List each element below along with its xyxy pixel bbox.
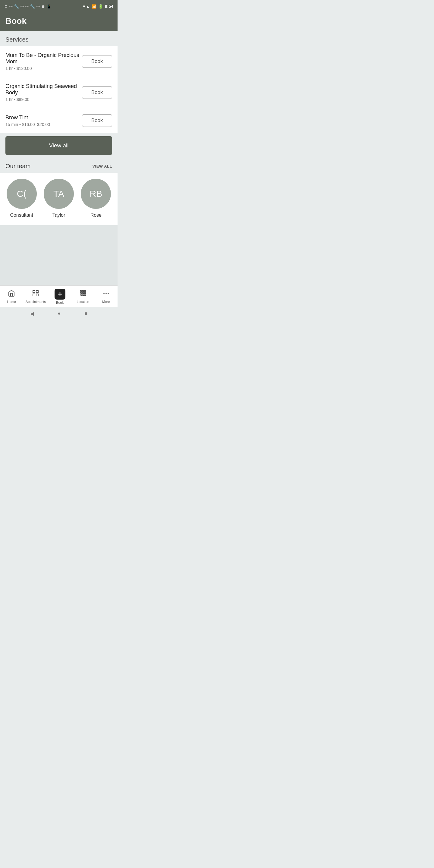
service-name-1: Mum To Be - Organic Precious Mom... <box>5 52 82 65</box>
service-info-3: Brow Tint 15 min • $16.00–$20.00 <box>5 115 50 127</box>
svg-rect-1 <box>36 290 38 293</box>
svg-point-17 <box>107 293 109 294</box>
tool-icon-5: 🔧 <box>30 4 35 9</box>
service-item-3: Brow Tint 15 min • $16.00–$20.00 Book <box>0 108 118 133</box>
home-icon <box>8 290 15 299</box>
wifi-icon: ▼▲ <box>82 4 90 9</box>
circle-icon: ⏺ <box>41 4 45 9</box>
svg-rect-2 <box>33 294 35 296</box>
svg-rect-13 <box>82 295 84 296</box>
team-member-2[interactable]: TA Taylor <box>44 179 74 218</box>
location-icon <box>79 290 87 299</box>
svg-rect-8 <box>84 290 86 292</box>
tool-icon-1: ✏ <box>9 4 13 9</box>
svg-rect-0 <box>33 290 35 293</box>
page-title: Book <box>5 16 112 26</box>
tool-icon-2: 🔧 <box>14 4 19 9</box>
status-right-icons: ▼▲ 📶 🔋 9:54 <box>82 4 113 9</box>
member-name-3: Rose <box>90 213 101 218</box>
member-name-2: Taylor <box>53 213 65 218</box>
book-button-2[interactable]: Book <box>82 86 112 99</box>
empty-gray-area <box>0 225 118 285</box>
nav-more[interactable]: More <box>97 290 115 304</box>
services-list: Mum To Be - Organic Precious Mom... 1 hr… <box>0 46 118 133</box>
tool-icon-6: ✏ <box>36 4 40 9</box>
svg-rect-7 <box>82 290 84 292</box>
book-button-3[interactable]: Book <box>82 114 112 127</box>
nav-more-label: More <box>102 300 110 304</box>
more-icon <box>102 290 110 299</box>
page-header: Book <box>0 12 118 31</box>
svg-point-15 <box>103 293 104 294</box>
book-nav-icon <box>55 289 65 300</box>
nav-location[interactable]: Location <box>74 290 92 304</box>
status-icons: ⚙ ✏ 🔧 ✏ ✏ 🔧 ✏ ⏺ 📱 <box>4 4 52 9</box>
appointments-icon <box>32 290 39 299</box>
signal-icon: 📶 <box>92 4 96 9</box>
nav-book[interactable]: Book <box>51 289 69 304</box>
view-all-button[interactable]: View all <box>5 136 112 155</box>
nav-home-label: Home <box>7 300 16 304</box>
service-name-3: Brow Tint <box>5 115 50 121</box>
svg-rect-10 <box>82 293 84 294</box>
service-item-1: Mum To Be - Organic Precious Mom... 1 hr… <box>0 46 118 77</box>
android-navigation-bar: ◀ ● ■ <box>0 307 118 320</box>
member-name-1: Consultant <box>10 213 33 218</box>
team-view-all-button[interactable]: VIEW ALL <box>92 164 112 168</box>
svg-rect-6 <box>80 290 82 292</box>
tool-icon-3: ✏ <box>21 4 24 9</box>
team-member-1[interactable]: C( Consultant <box>7 179 37 218</box>
svg-point-16 <box>105 293 107 294</box>
service-meta-3: 15 min • $16.00–$20.00 <box>5 122 50 127</box>
svg-rect-12 <box>80 295 82 296</box>
svg-rect-14 <box>84 295 86 296</box>
android-home-button[interactable]: ● <box>58 311 61 316</box>
phone-icon: 📱 <box>47 4 52 9</box>
service-info-2: Organic Stimulating Seaweed Body... 1 hr… <box>5 83 82 102</box>
service-meta-1: 1 hr • $120.00 <box>5 66 82 71</box>
svg-rect-9 <box>80 293 82 294</box>
status-bar: ⚙ ✏ 🔧 ✏ ✏ 🔧 ✏ ⏺ 📱 ▼▲ 📶 🔋 9:54 <box>0 0 118 12</box>
service-name-2: Organic Stimulating Seaweed Body... <box>5 83 82 96</box>
team-section-header: Our team VIEW ALL <box>0 158 118 173</box>
battery-icon: 🔋 <box>98 4 103 9</box>
avatar-consultant: C( <box>7 179 37 209</box>
team-list: C( Consultant TA Taylor RB Rose <box>0 173 118 225</box>
book-button-1[interactable]: Book <box>82 55 112 68</box>
nav-appointments-label: Appointments <box>26 300 46 304</box>
android-recents-button[interactable]: ■ <box>85 311 88 316</box>
service-info-1: Mum To Be - Organic Precious Mom... 1 hr… <box>5 52 82 71</box>
android-back-button[interactable]: ◀ <box>30 311 34 316</box>
nav-appointments[interactable]: Appointments <box>26 290 46 304</box>
bottom-navigation: Home Appointments Book Location <box>0 285 118 307</box>
avatar-rose: RB <box>81 179 111 209</box>
service-meta-2: 1 hr • $89.00 <box>5 97 82 102</box>
nav-home[interactable]: Home <box>2 290 21 304</box>
gear-icon: ⚙ <box>4 4 8 9</box>
tool-icon-4: ✏ <box>25 4 29 9</box>
avatar-taylor: TA <box>44 179 74 209</box>
service-item-2: Organic Stimulating Seaweed Body... 1 hr… <box>0 77 118 108</box>
svg-rect-3 <box>36 294 38 296</box>
time-display: 9:54 <box>105 4 113 9</box>
nav-book-label: Book <box>56 301 64 304</box>
team-member-3[interactable]: RB Rose <box>81 179 111 218</box>
nav-location-label: Location <box>76 300 89 304</box>
team-section-label: Our team <box>5 163 30 170</box>
services-section-label: Services <box>0 31 118 46</box>
svg-rect-11 <box>84 293 86 294</box>
